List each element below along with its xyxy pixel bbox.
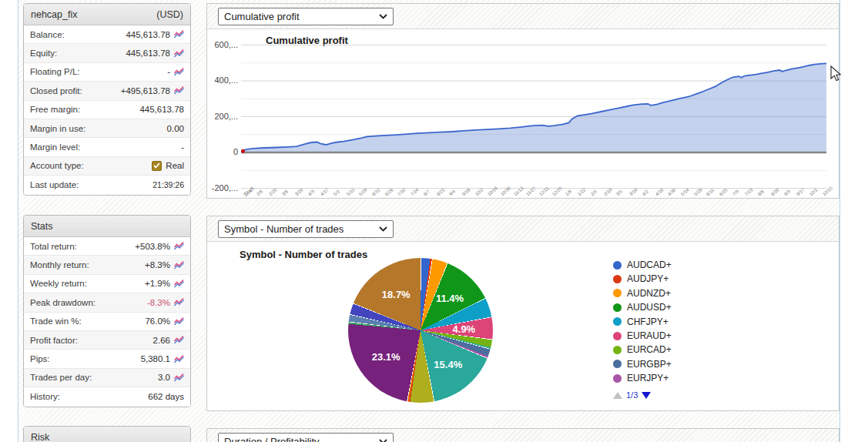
pie-slice-label: 18.7%	[382, 289, 411, 300]
duration-profitability-panel: Duration / Profitability	[206, 428, 840, 442]
duration-selector-strip: Duration / Profitability	[207, 429, 839, 442]
account-value-wrap: 445,613.78	[126, 49, 184, 58]
real-account-checkbox[interactable]	[152, 161, 162, 171]
stats-label: Pips:	[30, 354, 50, 363]
account-label: Last update:	[30, 180, 79, 189]
stats-row-trades-per-day: Trades per day:3.0	[24, 369, 190, 387]
cumulative-area-chart	[241, 27, 828, 193]
account-name: nehcap_fix	[31, 9, 77, 20]
account-value-wrap: -	[181, 142, 184, 152]
legend-label: AUDCAD+	[627, 260, 672, 270]
page-background: nehcap_fix (USD) Balance:445,613.78Equit…	[0, 0, 868, 442]
account-label: Closed profit:	[30, 86, 82, 95]
pie-slice-label: 23.1%	[372, 351, 400, 363]
right-margin	[840, 0, 868, 442]
account-value-wrap: 445,613.78	[139, 105, 184, 114]
stats-row-monthly-return: Monthly return:+8.3%	[24, 256, 190, 274]
cumulative-selector-strip: Cumulative profit	[207, 4, 839, 29]
left-margin	[0, 0, 18, 442]
stats-value-wrap: 5,380.1	[141, 354, 184, 363]
account-label: Free margin:	[30, 105, 80, 114]
mini-chart-icon[interactable]	[174, 317, 184, 326]
legend-label: AUDUSD+	[627, 302, 672, 313]
stats-panel-header: Stats	[24, 216, 190, 237]
y-axis-tick: -200,...	[209, 183, 238, 193]
mini-chart-icon[interactable]	[174, 298, 184, 306]
account-value-wrap: Real	[152, 161, 184, 171]
legend-label: CHFJPY+	[627, 316, 669, 327]
legend-page-up-icon[interactable]	[613, 392, 622, 399]
account-value: 445,613.78	[126, 49, 170, 58]
account-value-wrap: +495,613.78	[121, 86, 184, 95]
legend-page-down-icon[interactable]	[642, 392, 651, 399]
mini-chart-icon[interactable]	[174, 86, 184, 95]
legend-color-dot	[613, 346, 622, 354]
cumulative-profit-select[interactable]: Cumulative profit	[218, 8, 394, 25]
stats-title: Stats	[31, 221, 53, 232]
stats-value: +1.9%	[145, 279, 170, 288]
stats-value: 662 days	[148, 392, 184, 401]
account-value-wrap: 445,613.78	[126, 30, 184, 39]
stats-value-wrap: 662 days	[148, 392, 184, 401]
stats-value: 76.0%	[145, 316, 170, 326]
account-value: 445,613.78	[139, 105, 184, 114]
risk-panel: Risk	[23, 426, 191, 442]
stats-value-wrap: 76.0%	[145, 316, 184, 326]
chevron-down-icon	[379, 226, 387, 232]
stats-label: Trade win %:	[30, 316, 82, 326]
legend-color-dot	[613, 332, 622, 340]
stats-label: Peak drawdown:	[30, 298, 96, 307]
mini-chart-icon[interactable]	[174, 261, 184, 270]
legend-color-dot	[613, 275, 622, 283]
mini-chart-icon[interactable]	[174, 242, 184, 250]
stats-label: Total return:	[30, 242, 77, 251]
cumulative-profit-panel: Cumulative profit Cumulative profit 600,…	[206, 3, 840, 199]
account-value: +495,613.78	[121, 86, 170, 95]
stats-value-wrap: +503.8%	[135, 242, 184, 251]
legend-pager: 1/3	[613, 390, 651, 400]
symbol-trades-select[interactable]: Symbol - Number of trades	[218, 220, 394, 238]
mini-chart-icon[interactable]	[174, 30, 184, 39]
stats-row-weekly-return: Weekly return:+1.9%	[24, 275, 190, 293]
account-row-floating-p-l: Floating P/L:-	[24, 63, 190, 82]
stats-row-total-return: Total return:+503.8%	[24, 237, 190, 256]
symbol-select-value: Symbol - Number of trades	[224, 223, 344, 235]
duration-profitability-select[interactable]: Duration / Profitability	[218, 433, 394, 442]
stats-value: 5,380.1	[141, 354, 170, 363]
account-label: Margin level:	[30, 142, 80, 152]
legend-color-dot	[613, 261, 622, 270]
account-currency: (USD)	[156, 9, 183, 20]
account-label: Margin in use:	[30, 124, 85, 133]
stats-label: History:	[30, 392, 60, 401]
stats-rows: Total return:+503.8%Monthly return:+8.3%…	[24, 237, 190, 407]
risk-panel-header: Risk	[24, 427, 190, 442]
mini-chart-icon[interactable]	[174, 49, 184, 58]
legend-label: EURGBP+	[627, 359, 672, 370]
y-axis-tick: 600,...	[209, 40, 238, 49]
pie-slice-label: 11.4%	[436, 293, 464, 304]
legend-item-audnzd: AUDNZD+	[613, 288, 671, 299]
chevron-down-icon	[379, 439, 387, 442]
stats-value-wrap: 3.0	[158, 373, 184, 382]
account-value: 0.00	[167, 124, 184, 133]
stats-value: 3.0	[158, 373, 170, 382]
stats-value: +8.3%	[145, 260, 170, 270]
risk-title: Risk	[31, 432, 49, 442]
legend-page-indicator: 1/3	[626, 390, 638, 400]
stats-label: Trades per day:	[30, 373, 92, 382]
legend-color-dot	[613, 317, 622, 326]
mini-chart-icon[interactable]	[174, 68, 184, 76]
mini-chart-icon[interactable]	[174, 336, 184, 344]
legend-item-euraud: EURAUD+	[613, 330, 672, 341]
legend-color-dot	[613, 289, 622, 297]
stats-value: -8.3%	[147, 298, 170, 307]
legend-item-audusd: AUDUSD+	[613, 302, 672, 313]
y-axis-tick: 200,...	[209, 112, 238, 121]
pie-chart-title: Symbol - Number of trades	[240, 249, 367, 260]
stats-value: +503.8%	[135, 242, 170, 251]
mini-chart-icon[interactable]	[174, 373, 184, 382]
mini-chart-icon[interactable]	[174, 355, 184, 363]
mini-chart-icon[interactable]	[174, 280, 184, 288]
y-axis-tick: 0	[209, 147, 238, 156]
account-row-closed-profit: Closed profit:+495,613.78	[24, 82, 190, 100]
